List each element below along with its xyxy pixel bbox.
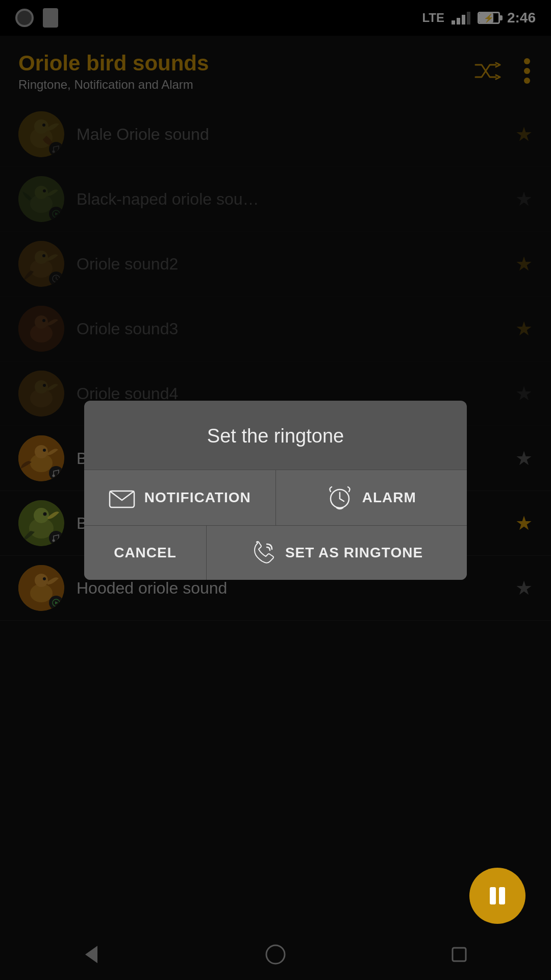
alarm-label: ALARM [362, 489, 416, 506]
notification-button[interactable]: NOTIFICATION [84, 470, 276, 525]
dialog-row2: CANCEL SET AS RINGTONE [84, 525, 467, 580]
notification-label: NOTIFICATION [144, 489, 251, 506]
pause-fab[interactable] [469, 868, 525, 924]
set-ringtone-button[interactable]: SET AS RINGTONE [207, 526, 467, 580]
dialog-title: Set the ringtone [84, 401, 467, 470]
svg-rect-47 [499, 887, 505, 904]
svg-rect-46 [490, 887, 496, 904]
alarm-button[interactable]: ALARM [276, 470, 467, 525]
set-ringtone-dialog: Set the ringtone NOTIFICATION ALARM [84, 401, 467, 580]
dialog-row1: NOTIFICATION ALARM [84, 470, 467, 525]
dialog-overlay[interactable]: Set the ringtone NOTIFICATION ALARM [0, 0, 551, 980]
cancel-button[interactable]: CANCEL [84, 526, 207, 580]
ringtone-label: SET AS RINGTONE [285, 545, 423, 561]
